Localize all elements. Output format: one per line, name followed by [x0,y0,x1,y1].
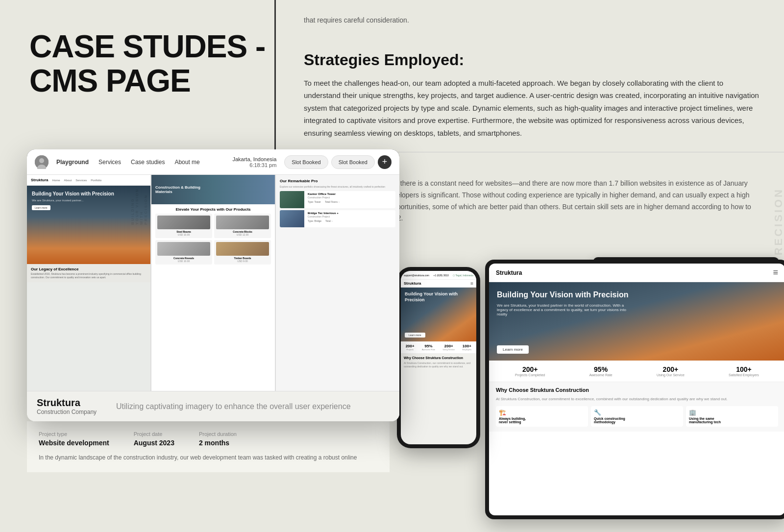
project-detail-row: Project type Website development Project… [39,431,378,447]
browser-buttons: Slot Booked Slot Booked + [284,155,392,169]
title-line2: CMS PAGE [29,63,191,98]
tablet-mockup: Struktura ≡ Building Your Vision with Pr… [485,260,784,519]
vertical-divider [274,0,276,152]
tablet-stat-4: 100+ Satisfied Employers [729,365,759,377]
browser-mockup: Playground Services Case studies About m… [27,149,399,421]
phone-logo: Struktura [404,281,421,286]
tablet-stat-2: 95% Awesome Rate [589,365,612,377]
col1-hero-title: Building Your Vision with Precision [32,191,114,197]
tablet-learn-more[interactable]: Learn more [497,345,529,354]
project-type-label: Project type [39,431,109,437]
company-name-section: Struktura Construction Company [37,397,97,415]
portfolio-info-2: Bridge Tec Interious + Construction Proj… [306,210,395,227]
project-type-col: Project type Website development [39,431,109,447]
project-date-col: Project date August 2023 [134,431,174,447]
portfolio-details-1: Type: Tower Total Floors: - [308,200,394,203]
feature-3: 🏢 Using the samemanufacturing tech [686,406,778,427]
browser-location: Jakarta, Indonesia 6:18:31 pm [232,156,276,168]
product-price-3: USD 10.00 [157,260,210,263]
browser-col-2: Construction & BuildingMaterials Elevate… [151,175,276,421]
phone-stat-3: 200+ Using Service [442,344,455,351]
phone-nav: support@struktura.com +1 (628) 3010 ⬡ Te… [401,271,476,280]
tablet-screen: Struktura ≡ Building Your Vision with Pr… [489,264,784,515]
nav-case-studies[interactable]: Case studies [131,159,165,166]
svg-point-1 [39,158,44,163]
inner-building-text: Building Your Vision with Precision [130,186,148,225]
product-card-1: Steel Beams USD 10.00 [155,214,212,238]
portfolio-title-2: Bridge Tec Interious + [308,212,394,215]
col2-content: Construction & BuildingMaterials Elevate… [151,175,275,421]
tablet-stat-3: 200+ Using Our Service [657,365,685,377]
browser-col-1: Struktura Home About Services Portfolio … [27,175,151,421]
col1-content: Struktura Home About Services Portfolio … [27,175,150,421]
portfolio-img-2 [280,210,304,227]
tablet-hero-content: Building Your Vision with Precision We a… [497,290,634,316]
phone-why-text: At Struktura Construction, our commitmen… [404,362,473,368]
strategies-title: Strategies Employed: [304,51,760,69]
col2-header: Construction & BuildingMaterials [151,175,275,204]
browser-content: Struktura Home About Services Portfolio … [27,175,399,421]
col2-product-grid: Steel Beams USD 10.00 Concrete Blocks US… [151,214,275,268]
product-img-1 [157,216,210,229]
col1-legacy-title: Our Legacy of Excellence [31,267,147,271]
nav-about[interactable]: About me [174,159,199,166]
product-price-4: USD 9.00 [216,260,269,263]
project-type-value: Website development [39,439,109,447]
tablet-hero-title: Building Your Vision with Precision [497,290,634,300]
project-description: In the dynamic landscape of the construc… [39,453,378,462]
nav-playground[interactable]: Playground [56,159,89,166]
project-details-section: Project type Website development Project… [27,421,390,472]
slot-btn-2[interactable]: Slot Booked [331,155,375,169]
project-date-label: Project date [134,431,174,437]
tablet-header: Struktura ≡ [489,264,784,282]
portfolio-img-1 [280,191,304,208]
phone-header: Struktura ≡ [401,280,476,288]
plus-button[interactable]: + [378,155,392,169]
tablet-stats: 200+ Projects Completed 95% Awesome Rate… [489,361,784,382]
project-duration-label: Project duration [199,431,237,437]
phone-why-title: Why Choose Struktura Construction [404,356,473,360]
tablet-logo: Struktura [496,269,522,276]
project-date-value: August 2023 [134,439,174,447]
product-card-3: Concrete Reveals USD 10.00 [155,240,212,265]
tablet-why: Why Choose Struktura Construction At Str… [489,382,784,432]
phone-stat-2: 95% Awesome Rate [422,344,435,351]
product-card-2: Concrete Blocks USD 12.00 [214,214,271,238]
company-name: Struktura [37,397,97,409]
phone-stat-1: 200+ Projects [406,344,415,351]
phone-support: support@struktura.com [404,274,429,277]
location-city: Jakarta, Indonesia [232,156,276,162]
browser-nav: Playground Services Case studies About m… [56,159,200,166]
tablet-why-title: Why Choose Struktura Construction [496,387,778,393]
tablet-why-text: At Struktura Construction, our commitmen… [496,397,778,401]
phone-learn-more[interactable]: Learn more [405,333,425,338]
project-duration-col: Project duration 2 months [199,431,237,447]
col3-title: Our Remarkable Pro [276,175,399,185]
col1-legacy-text: Established 2010, Struktura has become a… [31,272,147,279]
product-img-4 [216,242,269,256]
col1-hero-overlay: Building Your Vision with Precision We a… [32,191,114,211]
col2-products-title: Elevate Your Projects with Our Products [151,204,275,214]
col1-nav: Struktura Home About Services Portfolio [27,175,150,186]
col1-learn-more[interactable]: Learn more [32,205,50,210]
feature-1: 🏗️ Always building,never settling [496,406,588,427]
project-duration-value: 2 months [199,439,229,447]
browser-company-strip: Struktura Construction Company Utilizing… [27,391,399,421]
phone-why: Why Choose Struktura Construction At Str… [401,354,476,371]
col2-header-title: Construction & BuildingMaterials [155,185,200,194]
tablet-menu-icon[interactable]: ≡ [773,267,778,278]
phone-menu-icon[interactable]: ≡ [470,281,473,286]
phone-hero-title: Building Your Vision with Precision [405,291,476,303]
avatar [35,155,49,169]
phone-hero: Building Your Vision with Precision Lear… [401,288,476,341]
product-card-4: Timber Boards USD 9.00 [214,240,271,265]
slot-btn-1[interactable]: Slot Booked [284,155,328,169]
col1-hero-sub: We are Struktura, your trusted partner..… [32,199,114,202]
phone-location: ⬡ Tegal, Indonesia [453,274,473,277]
tablet-features: 🏗️ Always building,never settling 🔧 Quic… [496,406,778,427]
product-img-2 [216,216,269,229]
nav-services[interactable]: Services [98,159,121,166]
strategies-body: To meet the challenges head-on, our team… [304,77,760,140]
title-line1: CASE STUDES - [29,29,265,64]
location-time: 6:18:31 pm [232,162,276,168]
